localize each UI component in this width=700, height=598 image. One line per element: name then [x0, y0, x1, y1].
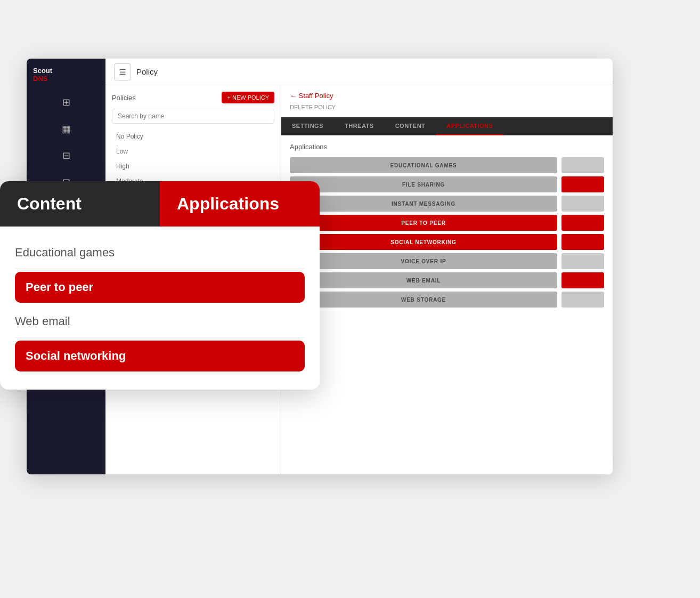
- app-toggle-social-networking[interactable]: [561, 234, 604, 250]
- policy-item-high[interactable]: High: [112, 159, 274, 174]
- policies-title: Policies: [112, 94, 136, 102]
- apps-section: Applications EDUCATIONAL GAMESFILE SHARI…: [281, 135, 613, 318]
- app-toggle-peer-to-peer[interactable]: [561, 215, 604, 231]
- logo: Scout DNS: [27, 59, 105, 89]
- card-item-highlight-3: Social networking: [15, 341, 305, 371]
- menu-icon[interactable]: ☰: [114, 63, 131, 80]
- app-bar-social-networking[interactable]: SOCIAL NETWORKING: [290, 234, 557, 250]
- app-bar-peer-to-peer[interactable]: PEER TO PEER: [290, 215, 557, 231]
- page-title: Policy: [136, 67, 158, 76]
- new-policy-button[interactable]: + NEW POLICY: [222, 92, 274, 103]
- app-bar-file-sharing[interactable]: FILE SHARING: [290, 176, 557, 192]
- tab-content[interactable]: CONTENT: [385, 117, 436, 135]
- back-link[interactable]: ← Staff Policy: [290, 92, 604, 100]
- card-item-0: Educational games: [15, 237, 305, 269]
- card-header-content-label: Content: [0, 181, 160, 227]
- app-bar-web-storage[interactable]: WEB STORAGE: [290, 292, 557, 308]
- foreground-card: Content Applications Educational gamesPe…: [0, 181, 320, 390]
- app-bar-web-email[interactable]: WEB EMAIL: [290, 272, 557, 288]
- card-header: Content Applications: [0, 181, 320, 227]
- app-toggle-file-sharing[interactable]: [561, 176, 604, 192]
- app-row: WEB STORAGE: [290, 292, 604, 308]
- card-body: Educational gamesPeer to peerWeb emailSo…: [0, 227, 320, 390]
- app-rows-container: EDUCATIONAL GAMESFILE SHARINGINSTANT MES…: [290, 157, 604, 308]
- tabs-bar: SETTINGS THREATS CONTENT APPLICATIONS: [281, 117, 613, 135]
- app-toggle-voice-over-ip[interactable]: [561, 253, 604, 269]
- app-row: VOICE OVER IP: [290, 253, 604, 269]
- top-bar: ☰ Policy: [105, 59, 613, 85]
- logo-scout: Scout: [33, 67, 52, 75]
- card-item-2: Web email: [15, 306, 305, 337]
- sidebar-icon-table[interactable]: ⊟: [27, 142, 105, 169]
- sidebar-icon-chart[interactable]: ▦: [27, 116, 105, 142]
- policy-detail: ← Staff Policy DELETE POLICY SETTINGS TH…: [281, 85, 613, 474]
- app-row: EDUCATIONAL GAMES: [290, 157, 604, 173]
- app-row: WEB EMAIL: [290, 272, 604, 288]
- app-bar-instant-messaging[interactable]: INSTANT MESSAGING: [290, 196, 557, 212]
- policy-detail-header: ← Staff Policy DELETE POLICY: [281, 85, 613, 117]
- logo-dns: DNS: [33, 75, 52, 83]
- app-toggle-educational-games[interactable]: [561, 157, 604, 173]
- search-input[interactable]: [112, 109, 274, 124]
- app-row: FILE SHARING: [290, 176, 604, 192]
- tab-applications[interactable]: APPLICATIONS: [436, 117, 503, 135]
- policies-header: Policies + NEW POLICY: [112, 92, 274, 103]
- card-item-highlight-1: Peer to peer: [15, 272, 305, 303]
- app-bar-voice-over-ip[interactable]: VOICE OVER IP: [290, 253, 557, 269]
- app-row: PEER TO PEER: [290, 215, 604, 231]
- card-header-applications-label: Applications: [160, 181, 320, 227]
- app-bar-educational-games[interactable]: EDUCATIONAL GAMES: [290, 157, 557, 173]
- sidebar-icon-grid[interactable]: ⊞: [27, 89, 105, 116]
- tab-threats[interactable]: THREATS: [334, 117, 385, 135]
- app-row: INSTANT MESSAGING: [290, 196, 604, 212]
- delete-policy-button[interactable]: DELETE POLICY: [290, 104, 604, 110]
- app-toggle-web-storage[interactable]: [561, 292, 604, 308]
- app-toggle-web-email[interactable]: [561, 272, 604, 288]
- apps-section-title: Applications: [290, 143, 604, 151]
- policy-item-low[interactable]: Low: [112, 144, 274, 159]
- tab-settings[interactable]: SETTINGS: [281, 117, 334, 135]
- policy-item-no-policy[interactable]: No Policy: [112, 129, 274, 144]
- app-row: SOCIAL NETWORKING: [290, 234, 604, 250]
- app-toggle-instant-messaging[interactable]: [561, 196, 604, 212]
